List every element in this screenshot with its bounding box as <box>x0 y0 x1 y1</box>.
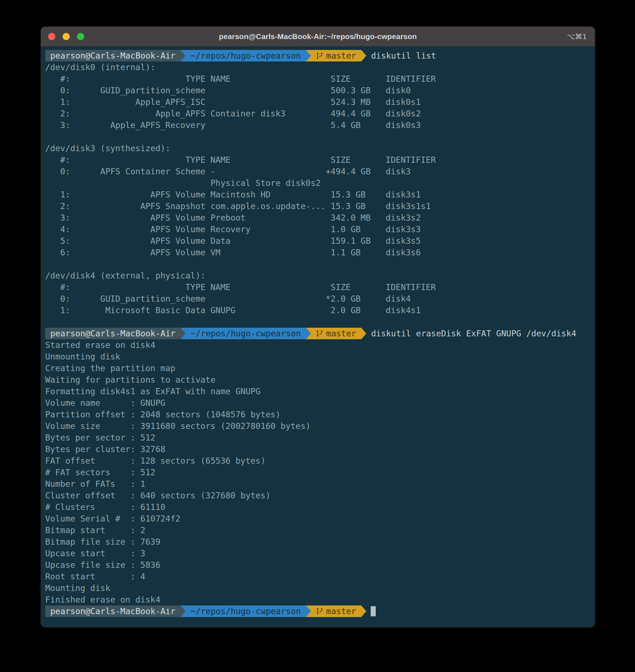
prompt-branch: master <box>326 328 356 339</box>
powerline-separator-icon <box>180 605 186 617</box>
git-branch-icon <box>316 52 323 59</box>
prompt-branch-segment: master <box>311 328 361 339</box>
prompt-user-segment: pearson@Carls-MacBook-Air <box>45 605 180 617</box>
command-text: diskutil list <box>371 50 436 61</box>
powerline-separator-icon <box>361 50 366 61</box>
powerline-separator-icon <box>180 50 186 61</box>
prompt-user: pearson@Carls-MacBook-Air <box>50 328 175 339</box>
powerline-separator-icon <box>180 328 186 339</box>
prompt-line: pearson@Carls-MacBook-Air ~/repos/hugo-c… <box>45 328 591 339</box>
powerline-separator-icon <box>306 328 311 339</box>
prompt-path-segment: ~/repos/hugo-cwpearson <box>186 328 306 339</box>
prompt-user: pearson@Carls-MacBook-Air <box>50 605 175 617</box>
prompt-path: ~/repos/hugo-cwpearson <box>191 328 301 339</box>
titlebar[interactable]: pearson@Carls-MacBook-Air:~/repos/hugo-c… <box>41 27 595 46</box>
prompt-branch-segment: master <box>311 50 361 61</box>
terminal-window: pearson@Carls-MacBook-Air:~/repos/hugo-c… <box>41 27 595 627</box>
git-branch-icon <box>316 330 323 337</box>
diskutil-list-output: /dev/disk0 (internal): #: TYPE NAME SIZE… <box>45 61 591 316</box>
powerline-separator-icon <box>361 605 366 617</box>
erase-disk-output: Started erase on disk4 Unmounting disk C… <box>45 339 591 605</box>
minimize-button[interactable] <box>63 33 70 40</box>
prompt-path: ~/repos/hugo-cwpearson <box>191 50 301 61</box>
prompt-user-segment: pearson@Carls-MacBook-Air <box>45 328 180 339</box>
window-title: pearson@Carls-MacBook-Air:~/repos/hugo-c… <box>41 32 595 41</box>
prompt-line: pearson@Carls-MacBook-Air ~/repos/hugo-c… <box>45 50 591 61</box>
git-branch-icon <box>316 608 323 615</box>
terminal-body[interactable]: pearson@Carls-MacBook-Air ~/repos/hugo-c… <box>41 46 595 621</box>
prompt-branch-segment: master <box>311 605 361 617</box>
powerline-separator-icon <box>306 50 311 61</box>
command-text: diskutil eraseDisk ExFAT GNUPG /dev/disk… <box>371 328 576 339</box>
prompt-line: pearson@Carls-MacBook-Air ~/repos/hugo-c… <box>45 605 591 617</box>
zoom-button[interactable] <box>77 33 84 40</box>
prompt-path-segment: ~/repos/hugo-cwpearson <box>186 50 306 61</box>
terminal-cursor <box>371 606 376 616</box>
prompt-branch: master <box>326 605 356 617</box>
prompt-user-segment: pearson@Carls-MacBook-Air <box>45 50 180 61</box>
prompt-branch: master <box>326 50 356 61</box>
powerline-separator-icon <box>361 328 366 339</box>
prompt-path: ~/repos/hugo-cwpearson <box>191 605 301 617</box>
prompt-user: pearson@Carls-MacBook-Air <box>50 50 175 61</box>
window-shortcut-badge: ⌥⌘1 <box>567 32 595 41</box>
traffic-lights <box>41 33 84 40</box>
powerline-separator-icon <box>306 605 311 617</box>
prompt-path-segment: ~/repos/hugo-cwpearson <box>186 605 306 617</box>
close-button[interactable] <box>48 33 55 40</box>
